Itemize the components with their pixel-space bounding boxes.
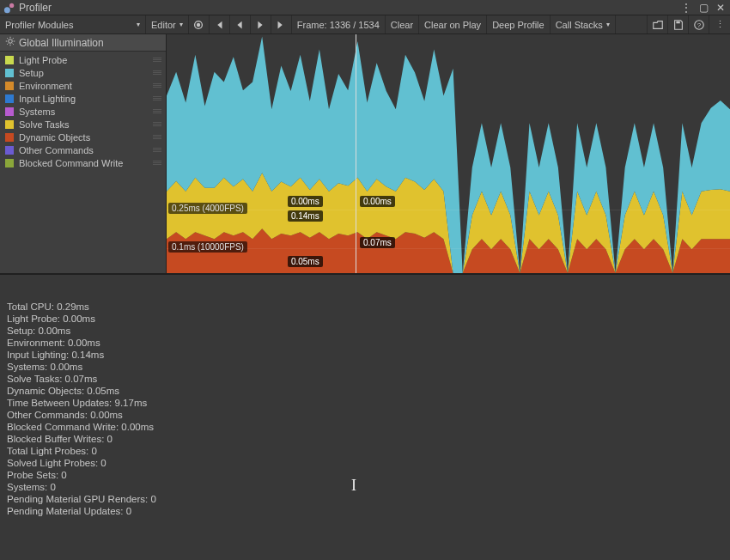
target-label: Editor xyxy=(151,20,176,30)
drag-handle-icon[interactable] xyxy=(152,109,162,113)
scrub-line[interactable] xyxy=(356,34,356,273)
drag-handle-icon[interactable] xyxy=(152,122,162,126)
maximize-icon[interactable]: ▢ xyxy=(697,2,709,14)
record-button[interactable] xyxy=(189,15,210,33)
detail-row: Solve Tasks: 0.07ms xyxy=(7,373,723,385)
detail-row: Pending Material GPU Renders: 0 xyxy=(7,493,723,505)
menu-button[interactable]: ⋮ xyxy=(709,15,730,33)
drag-handle-icon[interactable] xyxy=(152,135,162,139)
drag-handle-icon[interactable] xyxy=(152,148,162,152)
svg-point-0 xyxy=(4,7,10,13)
gridline xyxy=(167,210,730,210)
legend-item[interactable]: Setup xyxy=(0,66,166,79)
legend-label: Environment xyxy=(19,81,152,91)
detail-row: Blocked Command Write: 0.00ms xyxy=(7,421,723,433)
call-stacks-dropdown[interactable]: Call Stacks xyxy=(551,15,616,33)
legend-item[interactable]: Solve Tasks xyxy=(0,118,166,131)
gridline xyxy=(167,248,730,249)
legend-swatch xyxy=(5,146,14,155)
clear-button[interactable]: Clear xyxy=(386,15,419,33)
legend-label: Setup xyxy=(19,68,152,78)
legend-label: Blocked Command Write xyxy=(19,158,152,168)
help-button[interactable]: ? xyxy=(689,15,709,33)
details-panel: Total CPU: 0.29msLight Probe: 0.00msSetu… xyxy=(0,275,730,524)
svg-point-3 xyxy=(197,22,200,26)
legend-swatch xyxy=(5,107,14,116)
prev-frame-button[interactable] xyxy=(230,15,251,33)
frame-value: 1336 / 1534 xyxy=(330,20,380,30)
drag-handle-icon[interactable] xyxy=(152,83,162,88)
profiler-modules-label: Profiler Modules xyxy=(5,20,73,30)
legend-label: Solve Tasks xyxy=(19,119,152,130)
next-frame-button[interactable] xyxy=(251,15,271,33)
detail-row: Blocked Buffer Writes: 0 xyxy=(7,433,723,445)
detail-row: Time Between Updates: 9.17ms xyxy=(7,397,723,409)
detail-row: Total Light Probes: 0 xyxy=(7,445,723,457)
legend-swatch xyxy=(5,69,14,77)
legend-item[interactable]: Systems xyxy=(0,105,166,118)
detail-row: Systems: 0.00ms xyxy=(7,361,723,373)
legend-label: Systems xyxy=(19,107,152,117)
save-button[interactable] xyxy=(668,15,689,33)
detail-row: Light Probe: 0.00ms xyxy=(7,313,723,325)
legend-swatch xyxy=(5,120,14,129)
deep-profile-button[interactable]: Deep Profile xyxy=(487,15,551,33)
chart-tooltip: 0.00ms xyxy=(288,196,323,207)
frame-counter[interactable]: Frame: 1336 / 1534 xyxy=(292,15,386,33)
legend-item[interactable]: Blocked Command Write xyxy=(0,156,166,169)
svg-text:?: ? xyxy=(697,21,701,28)
legend-label: Input Lighting xyxy=(19,94,152,104)
gridline-label: 0.1ms (10000FPS) xyxy=(168,241,247,253)
detail-row: Environment: 0.00ms xyxy=(7,337,723,349)
drag-handle-icon[interactable] xyxy=(152,70,162,75)
legend-swatch xyxy=(5,82,14,90)
kebab-icon[interactable]: ⋮ xyxy=(680,2,692,14)
detail-row: Systems: 0 xyxy=(7,481,723,493)
chart-tooltip: 0.00ms xyxy=(360,196,395,207)
legend-swatch xyxy=(5,159,14,167)
text-cursor-icon: I xyxy=(351,477,356,495)
detail-row: Total CPU: 0.29ms xyxy=(7,301,723,313)
legend-list: Light Probe Setup Environment Input Ligh… xyxy=(0,52,166,273)
last-frame-button[interactable] xyxy=(271,15,292,33)
profiler-icon xyxy=(3,2,15,14)
chart-tooltip: 0.14ms xyxy=(288,210,323,222)
detail-row: Input Lighting: 0.14ms xyxy=(7,349,723,361)
legend-swatch xyxy=(5,56,14,64)
legend-item[interactable]: Environment xyxy=(0,79,166,92)
chart-tooltip: 0.07ms xyxy=(360,237,395,248)
module-header[interactable]: Global Illumination xyxy=(0,34,166,52)
legend-label: Other Commands xyxy=(19,145,152,155)
close-icon[interactable]: ✕ xyxy=(715,2,727,14)
clear-on-play-button[interactable]: Clear on Play xyxy=(419,15,487,33)
detail-row: Solved Light Probes: 0 xyxy=(7,457,723,469)
svg-point-1 xyxy=(9,3,14,7)
gridline-label: 0.25ms (4000FPS) xyxy=(168,203,247,214)
toolbar: Profiler Modules Editor Frame: 1336 / 15… xyxy=(0,15,730,34)
legend-item[interactable]: Light Probe xyxy=(0,53,166,66)
title-bar: Profiler ⋮ ▢ ✕ xyxy=(0,0,730,15)
drag-handle-icon[interactable] xyxy=(152,161,162,165)
module-sidebar: Global Illumination Light Probe Setup En… xyxy=(0,34,167,273)
detail-row: Pending Material Updates: 0 xyxy=(7,505,723,517)
drag-handle-icon[interactable] xyxy=(152,58,162,62)
legend-swatch xyxy=(5,133,14,142)
kebab-icon: ⋮ xyxy=(715,19,725,30)
gear-icon xyxy=(5,36,15,49)
profiler-chart[interactable]: 0.25ms (4000FPS)0.1ms (10000FPS)0.00ms0.… xyxy=(167,34,730,273)
detail-row: Other Commands: 0.00ms xyxy=(7,409,723,421)
target-dropdown[interactable]: Editor xyxy=(146,15,189,33)
module-title: Global Illumination xyxy=(19,37,104,49)
legend-label: Dynamic Objects xyxy=(19,132,152,143)
drag-handle-icon[interactable] xyxy=(152,96,162,100)
legend-item[interactable]: Dynamic Objects xyxy=(0,131,166,143)
legend-label: Light Probe xyxy=(19,55,152,65)
window-title: Profiler xyxy=(19,2,52,14)
detail-row: Dynamic Objects: 0.05ms xyxy=(7,385,723,397)
open-file-button[interactable] xyxy=(648,15,668,33)
chart-tooltip: 0.05ms xyxy=(288,256,323,267)
profiler-modules-dropdown[interactable]: Profiler Modules xyxy=(0,15,146,33)
first-frame-button[interactable] xyxy=(210,15,230,33)
legend-item[interactable]: Input Lighting xyxy=(0,92,166,105)
legend-item[interactable]: Other Commands xyxy=(0,143,166,156)
